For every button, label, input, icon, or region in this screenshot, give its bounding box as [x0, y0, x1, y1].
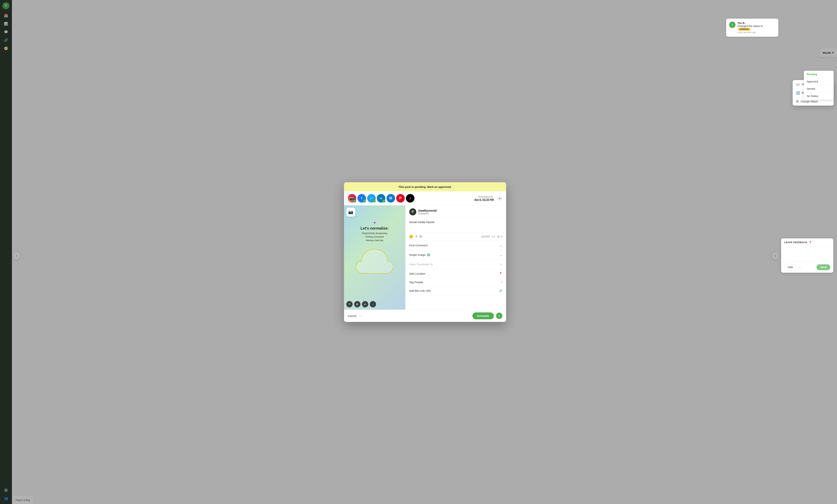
- activity-text: Tim B. Changed the status to PENDING: [737, 22, 775, 31]
- image-actions: + ⊞ ⇄ ···: [346, 301, 376, 307]
- status-option-pending[interactable]: Pending: [804, 71, 834, 78]
- accordion-add-location[interactable]: Add Location 📍: [405, 269, 506, 278]
- pending-banner: This post is pending. Mark as approved.: [344, 182, 506, 191]
- feedback-footer: Hide ··· Send: [781, 262, 833, 273]
- feedback-header: LEAVE FEEDBACK ❓: [781, 238, 833, 247]
- twitter-check-badge: ✓: [373, 200, 376, 203]
- send-button[interactable]: Send: [817, 264, 830, 270]
- schedule-button[interactable]: Schedule: [473, 313, 494, 319]
- location-icon: 📍: [499, 272, 502, 275]
- post-account-name: @pallyysocial: [418, 209, 437, 212]
- image-preview-panel: 📷 ✦ Let's normalize: Resprectfully disag…: [344, 205, 405, 310]
- post-avatar: P: [409, 208, 416, 216]
- collapse-button[interactable]: ▲: [497, 196, 502, 201]
- first-comment-arrow: ⌄: [499, 243, 502, 247]
- preview-image: 📷 ✦ Let's normalize: Resprectfully disag…: [344, 205, 405, 310]
- help-icon: 📖: [796, 82, 800, 86]
- platform-instagram[interactable]: 📷 ✓: [348, 194, 356, 203]
- post-details-panel: P @pallyysocial Instagram Social media #…: [405, 205, 506, 310]
- feedback-more-button[interactable]: ···: [798, 265, 802, 269]
- add-location-label: Add Location: [409, 272, 426, 275]
- footer-more-button[interactable]: ···: [359, 314, 362, 318]
- activity-status-badge: PENDING: [738, 28, 750, 31]
- accordion-tag-people[interactable]: Tag People +: [405, 278, 506, 286]
- modal-footer: Cancel ··· Schedule ▾: [344, 310, 506, 322]
- platform-tiktok[interactable]: ♪: [406, 194, 414, 203]
- activity-log: T Tim B. Changed the status to PENDING a…: [726, 19, 778, 37]
- activity-user-row: T Tim B. Changed the status to PENDING a…: [729, 22, 775, 34]
- post-counts: 19/2200 #:1 @: 0: [481, 235, 502, 238]
- copy-icon[interactable]: ⧉: [420, 235, 422, 239]
- image-expand-button[interactable]: ⊞: [354, 301, 360, 307]
- schedule-dropdown-button[interactable]: ▾: [496, 313, 502, 319]
- image-swap-button[interactable]: ⇄: [362, 301, 368, 307]
- video-thumbnail-label: Video Thumbnail: 0s: [409, 263, 433, 266]
- emoji-icon[interactable]: 🙂: [409, 235, 413, 239]
- image-title: Let's normalize:: [360, 226, 389, 230]
- change-status-arrow: ›: [830, 100, 830, 103]
- image-add-button[interactable]: +: [346, 301, 353, 307]
- single-image-info-icon: ℹ️: [427, 254, 430, 256]
- status-option-approved[interactable]: Approved: [804, 78, 834, 85]
- single-image-label: Single Image ℹ️: [409, 253, 430, 256]
- platform-twitter[interactable]: ✓ ✓: [367, 194, 376, 203]
- bio-link-label: Add Bio Link URL: [409, 289, 431, 292]
- accordion-single-image[interactable]: Single Image ℹ️ ⌄: [405, 250, 506, 260]
- hashtag-icon[interactable]: #: [415, 235, 417, 239]
- activity-time: a few seconds ago: [737, 31, 775, 34]
- tag-people-add-icon: +: [501, 281, 502, 283]
- modal-body: 📷 ✦ Let's normalize: Resprectfully disag…: [344, 205, 506, 310]
- linkedin-check-badge: ✓: [382, 200, 385, 203]
- video-thumbnail-add-icon[interactable]: +: [500, 262, 502, 267]
- feedback-title: LEAVE FEEDBACK: [784, 241, 807, 244]
- status-option-no-status[interactable]: No Status: [804, 93, 834, 99]
- status-option-denied[interactable]: Denied: [804, 85, 834, 93]
- facebook-check-badge: ✓: [363, 200, 366, 203]
- instagram-overlay-icon: 📷: [346, 208, 355, 217]
- image-lines: Resprectfully disagreeingFeeling uninspi…: [360, 231, 389, 242]
- platform-pinterest[interactable]: P: [396, 194, 405, 203]
- accordion-bio-link[interactable]: Add Bio Link URL 🔗: [405, 286, 506, 295]
- image-more-button[interactable]: ···: [370, 301, 376, 307]
- cloud-svg: [356, 245, 393, 281]
- feedback-info-icon: ❓: [808, 241, 812, 244]
- post-account-header: P @pallyysocial Instagram: [405, 205, 506, 218]
- scheduled-info: Scheduled for: Apr 6, 02:25 PM: [474, 195, 494, 201]
- accordion-first-comment[interactable]: First Comment ⌄: [405, 241, 506, 250]
- platform-row: 📷 ✓ f ✓ ✓ ✓ in ✓ M P ♪ Scheduled for: Ap…: [344, 191, 506, 205]
- feedback-panel: LEAVE FEEDBACK ❓ Hide ··· Send: [781, 238, 833, 273]
- single-image-arrow: ⌄: [499, 253, 502, 257]
- cancel-button[interactable]: Cancel: [348, 314, 356, 317]
- instagram-check-badge: ✓: [353, 200, 356, 203]
- video-thumbnail-row: Video Thumbnail: 0s +: [405, 260, 506, 269]
- change-status-icon: ⚙: [796, 99, 799, 103]
- status-submenu: Pending Approved Denied No Status: [804, 71, 834, 99]
- platform-microsoft[interactable]: M: [386, 194, 395, 203]
- platform-linkedin[interactable]: in ✓: [377, 194, 385, 203]
- post-toolbar: 🙂 # ⧉ 19/2200 #:1 @: 0: [405, 233, 506, 241]
- refresh-icon: 🔄: [796, 91, 800, 95]
- post-platform: Instagram: [418, 212, 437, 215]
- first-comment-label: First Comment: [409, 244, 427, 247]
- feedback-body[interactable]: [781, 247, 833, 262]
- activity-avatar: T: [729, 22, 735, 28]
- platform-facebook[interactable]: f ✓: [357, 194, 366, 203]
- post-caption[interactable]: Social media #quote: [405, 218, 506, 233]
- bio-link-icon: 🔗: [499, 289, 502, 292]
- post-modal: This post is pending. Mark as approved. …: [344, 182, 506, 322]
- hide-button[interactable]: Hide: [784, 264, 797, 270]
- tag-people-label: Tag People: [409, 281, 423, 284]
